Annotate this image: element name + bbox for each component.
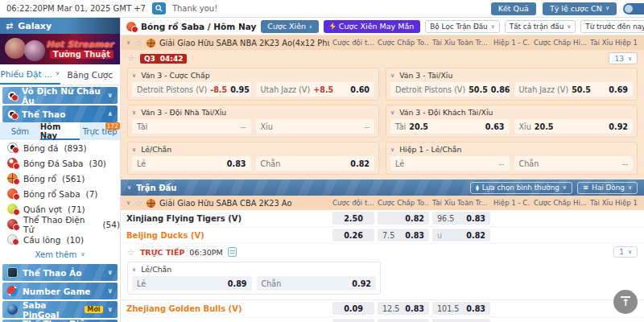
sidebar-item-saba-basketball[interactable]: Bóng rổ Saba(7)	[0, 186, 120, 201]
market-panel-home-overunder: ∨Ván 3 - Đội Nhà Tài/Xỉu Tài-- Xỉu--	[127, 105, 379, 138]
tab-bet-board[interactable]: Bảng Cược	[60, 64, 121, 85]
switch-icon: ⇄	[6, 21, 13, 31]
market-panel-away-overunder: ∨Ván 3 - Đội Khách Tài/Xỉu Tài20.50.63 X…	[386, 105, 638, 138]
menu-womens-euro-league[interactable]: Vô Địch Nữ Châu Âu∨	[2, 87, 118, 104]
new-badge: Mới	[85, 306, 102, 313]
number-game-icon	[7, 286, 18, 296]
time-range-dropdown[interactable]: Từ trước đến nay∨	[580, 20, 644, 33]
odds-cell[interactable]: Chẵn0.92	[257, 276, 377, 291]
top-bar: 06:22:20PM Mar 01, 2025 GMT +7 Thank you…	[0, 0, 644, 18]
odds-cell[interactable]: Tài--	[132, 119, 251, 134]
collapse-icon[interactable]: ∨	[390, 109, 394, 116]
odds-cell[interactable]: Utah Jazz (V)50.50.69	[514, 82, 634, 97]
favorite-star-icon[interactable]: ☆	[127, 248, 135, 257]
menu-number-game[interactable]: Number Game∨	[2, 283, 118, 299]
more-markets-dropdown[interactable]: 1∨	[613, 246, 638, 258]
chevron-up-icon: ∧	[108, 110, 114, 118]
collapse-icon[interactable]: ∨	[132, 266, 136, 273]
col-h1-handicap: Cược Chấp Hi...	[534, 39, 587, 47]
show-more-button[interactable]: Xem thêm∨	[0, 247, 120, 262]
basketball-icon	[126, 22, 136, 31]
chevron-down-icon: ∨	[108, 306, 114, 313]
handicap-odds-cell[interactable]: 12.50.83	[378, 302, 429, 315]
overunder-odds-cell[interactable]: u0.82	[432, 229, 490, 242]
odds-cell[interactable]: Xỉu20.50.92	[514, 119, 634, 134]
sidebar-item-saba-football[interactable]: Bóng Đá Saba(30)	[0, 155, 120, 171]
basketball-icon	[147, 199, 155, 208]
betting-app: 06:22:20PM Mar 01, 2025 GMT +7 Thank you…	[0, 0, 644, 322]
tab-live[interactable]: Trực tiếp172	[80, 122, 120, 140]
tab-early[interactable]: Sớm	[0, 122, 40, 140]
odds-cell[interactable]: Tài20.50.63	[390, 119, 510, 134]
sidebar-item-football[interactable]: Bóng đá(893)	[0, 140, 120, 155]
moneyline-odds-cell[interactable]: 0.26	[332, 229, 374, 242]
chevron-down-icon: ∨	[628, 249, 632, 255]
market-panels: ∨Ván 3 - Cược Chấp Detroit Pistons (V)-8…	[121, 67, 644, 180]
sort-mode-dropdown[interactable]: ▲▼Lựa chọn bình thường∨	[470, 182, 572, 194]
virtual-sports-icon	[7, 267, 18, 278]
search-button[interactable]	[152, 2, 166, 14]
collapse-icon[interactable]: ∨	[127, 185, 131, 191]
odds-cell[interactable]: Lẻ--	[390, 156, 510, 171]
breadcrumb: Bóng rổ Saba / Hôm Nay	[141, 22, 256, 31]
collapse-icon[interactable]: ∨	[390, 72, 394, 79]
moneyline-odds-cell[interactable]: 0.09	[332, 302, 374, 315]
handicap-odds-cell[interactable]: 0.82	[378, 319, 429, 322]
overunder-odds-cell[interactable]: u0.82	[432, 319, 490, 322]
market-count-dropdown[interactable]: 13∨	[609, 52, 638, 64]
odds-cell[interactable]: Xỉu--	[256, 119, 375, 134]
filter-matches-dropdown[interactable]: Bộ Lọc Trận Đấu∨	[425, 20, 500, 33]
odds-cell[interactable]: Detroit Pistons (V)-8.50.95	[132, 82, 251, 97]
overunder-odds-cell[interactable]: 96.50.83	[432, 212, 490, 225]
collapse-icon[interactable]: ∨	[126, 39, 130, 46]
odds-cell[interactable]: Lẻ0.89	[132, 276, 252, 291]
promo-banner[interactable]: Hot Streamer Tường Thuật	[0, 34, 120, 64]
chevron-down-icon: ∨	[80, 252, 85, 258]
arrow-up-icon: ↑	[621, 299, 630, 308]
chevron-down-icon: ∨	[108, 269, 114, 276]
favorite-star-icon[interactable]: ☆	[134, 199, 142, 208]
statistics-icon[interactable]	[228, 247, 237, 257]
collapse-icon[interactable]: ∨	[390, 147, 394, 153]
favorite-star-icon[interactable]: ☆	[134, 39, 142, 47]
odds-cell[interactable]: Utah Jazz (V)+8.50.60	[256, 82, 375, 97]
lightning-icon	[330, 23, 336, 30]
view-mode-dropdown[interactable]: ≡Hai Dòng∨	[577, 182, 638, 194]
sidebar-item-esports[interactable]: Thể Thao Điện Tử(54)	[0, 217, 120, 232]
brand-bar[interactable]: ⇄ Galaxy	[0, 18, 120, 34]
col-h1-overunder: Tài Xỉu Hiệp 1	[590, 39, 638, 47]
odds-type-dropdown[interactable]: Tỷ lệ cược CN∨	[543, 2, 617, 15]
odds-cell[interactable]: Chẵn0.82	[256, 156, 375, 171]
moneyline-odds-cell[interactable]: 2.50	[332, 212, 374, 225]
scroll-to-top-button[interactable]: ↑	[613, 290, 638, 314]
collapse-icon[interactable]: ∨	[126, 200, 130, 206]
period-clock-badge: Q304:42	[140, 54, 188, 64]
collapse-icon[interactable]: ∨	[132, 72, 136, 79]
odds-cell[interactable]: Detroit Pistons (V)50.50.86	[390, 82, 510, 97]
sidebar-item-badminton[interactable]: Cầu lông(10)	[0, 232, 120, 247]
collapse-icon[interactable]: ∨	[132, 147, 136, 153]
lucky-parlay-button[interactable]: Cược Xiên May Mắn	[324, 20, 420, 33]
odds-cell[interactable]: Chẵn--	[514, 156, 634, 171]
overunder-odds-cell[interactable]: 101.50.83	[432, 302, 490, 315]
collapse-icon[interactable]: ∨	[132, 109, 136, 116]
results-button[interactable]: Kết Quả	[491, 2, 536, 15]
parlay-button[interactable]: Cược Xiên›	[261, 20, 319, 33]
odds-cell[interactable]: Lẻ0.83	[132, 156, 251, 171]
handicap-odds-cell[interactable]: 0.82	[378, 212, 429, 225]
team-row: Beijing Ducks (V) 0.26 7.50.83 u0.82	[121, 227, 644, 244]
matches-title: Trận Đấu	[136, 184, 176, 192]
saba-football-icon	[7, 158, 18, 168]
theme-toggle[interactable]	[623, 3, 644, 14]
menu-saba-pingoal[interactable]: Saba PinGoalMới∨	[2, 301, 118, 318]
sidebar-item-basketball[interactable]: Bóng rổ(561)	[0, 171, 120, 186]
moneyline-odds-cell[interactable]: 5.26	[332, 319, 374, 322]
menu-sports[interactable]: Thể Thao∧	[2, 105, 118, 122]
menu-virtual-sports[interactable]: Thể Thao Ảo∨	[2, 264, 118, 281]
tab-bet-slip[interactable]: Phiếu Đặt ...∨	[0, 64, 60, 85]
handicap-odds-cell[interactable]: 7.50.83	[378, 229, 429, 242]
tab-today[interactable]: Hôm Nay	[40, 122, 80, 140]
favorite-star-icon[interactable]: ☆	[127, 54, 135, 63]
chevron-down-icon: ∨	[108, 287, 114, 295]
all-matches-dropdown[interactable]: Tất cả trận đấu∨	[505, 20, 576, 33]
